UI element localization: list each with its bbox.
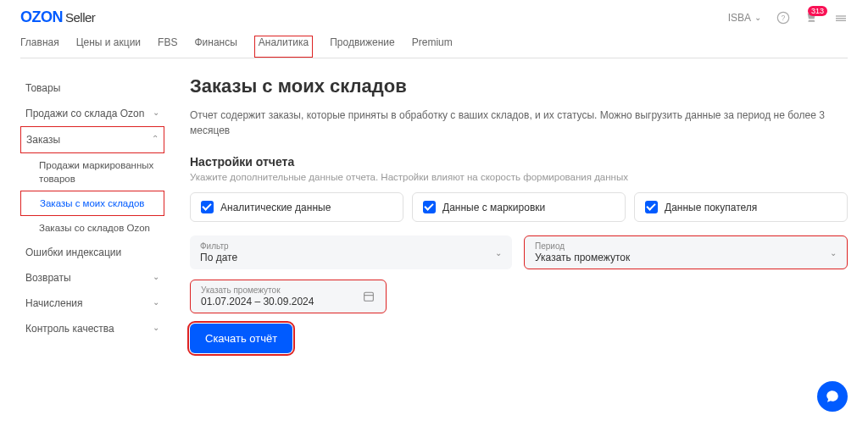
chevron-down-icon: ⌄: [153, 323, 159, 335]
settings-hint: Укажите дополнительные данные отчета. На…: [190, 172, 848, 182]
svg-text:?: ?: [782, 14, 786, 22]
sidebar-products[interactable]: Товары: [20, 75, 164, 101]
nav-premium[interactable]: Premium: [412, 36, 453, 58]
svg-rect-3: [836, 18, 846, 19]
check-marking[interactable]: Данные с маркировки: [412, 192, 626, 222]
chat-fab[interactable]: [817, 381, 848, 412]
check-analytics[interactable]: Аналитические данные: [190, 192, 403, 222]
chevron-down-icon: ⌄: [830, 248, 837, 258]
settings-title: Настройки отчета: [190, 155, 848, 169]
logo[interactable]: OZONSeller: [20, 8, 95, 26]
chevron-down-icon: ⌄: [495, 248, 502, 258]
chevron-down-icon: ⌄: [153, 272, 159, 284]
notifications-icon[interactable]: 313: [805, 11, 819, 25]
chevron-up-icon: ⌃: [152, 134, 159, 146]
account-dropdown[interactable]: ISBA⌄: [728, 12, 761, 24]
sidebar-quality[interactable]: Контроль качества⌄: [20, 316, 164, 341]
check-buyer[interactable]: Данные покупателя: [634, 192, 848, 222]
chat-icon: [825, 389, 840, 404]
sidebar: Товары Продажи со склада Ozon⌄ Заказы⌃ П…: [20, 75, 164, 353]
filter-select[interactable]: ФильтрПо дате ⌄: [190, 235, 512, 269]
page-description: Отчет содержит заказы, которые приняты в…: [190, 108, 848, 138]
svg-rect-2: [836, 15, 846, 16]
checkbox-icon: [423, 201, 436, 213]
apps-icon[interactable]: [834, 11, 848, 25]
nav-home[interactable]: Главная: [20, 36, 59, 58]
sidebar-index-errors[interactable]: Ошибки индексации: [20, 240, 164, 265]
nav-finance[interactable]: Финансы: [194, 36, 236, 58]
checkbox-icon: [645, 201, 658, 213]
date-range-input[interactable]: Указать промежуток01.07.2024 – 30.09.202…: [190, 280, 387, 313]
sidebar-sales-ozon[interactable]: Продажи со склада Ozon⌄: [20, 101, 164, 126]
svg-rect-4: [836, 19, 846, 20]
notif-badge: 313: [808, 6, 827, 16]
sidebar-sub-marked[interactable]: Продажи маркированных товаров: [20, 153, 164, 191]
help-icon[interactable]: ?: [776, 11, 790, 25]
sidebar-sub-ozon-orders[interactable]: Заказы со складов Ozon: [20, 216, 164, 240]
page-title: Заказы с моих складов: [190, 75, 848, 97]
sidebar-returns[interactable]: Возвраты⌄: [20, 265, 164, 291]
period-select[interactable]: ПериодУказать промежуток ⌄: [524, 235, 848, 269]
sidebar-accruals[interactable]: Начисления⌄: [20, 291, 164, 316]
nav-fbs[interactable]: FBS: [158, 36, 177, 58]
chevron-down-icon: ⌄: [754, 13, 761, 22]
sidebar-orders[interactable]: Заказы⌃: [20, 126, 164, 153]
download-report-button[interactable]: Скачать отчёт: [190, 324, 292, 353]
chevron-down-icon: ⌄: [153, 108, 159, 119]
nav-analytics[interactable]: Аналитика: [254, 36, 313, 58]
calendar-icon: [362, 290, 376, 303]
nav-promo[interactable]: Продвижение: [330, 36, 395, 58]
nav-prices[interactable]: Цены и акции: [76, 36, 141, 58]
sidebar-sub-my-orders[interactable]: Заказы с моих складов: [20, 191, 164, 216]
svg-rect-5: [364, 292, 374, 301]
main-nav: Главная Цены и акции FBS Финансы Аналити…: [20, 26, 848, 58]
chevron-down-icon: ⌄: [153, 297, 159, 309]
checkbox-icon: [201, 201, 214, 213]
